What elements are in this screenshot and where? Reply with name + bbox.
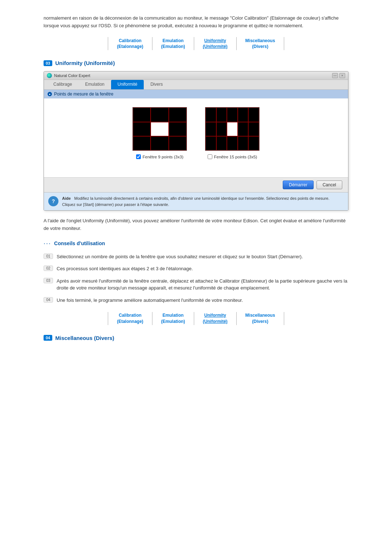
uniformity-panels: Fenêtre 9 points (3x3)	[44, 98, 348, 163]
app-window: Natural Color Expert — × Calibrage Emula…	[44, 71, 348, 211]
description-text: A l'aide de l'onglet Uniformity (Uniform…	[44, 217, 348, 232]
grid-cell	[133, 136, 151, 150]
tip-text-3: Après avoir mesuré l'uniformité de la fe…	[57, 278, 348, 292]
grid-cell	[238, 136, 249, 150]
tab-calibrage[interactable]: Calibrage	[47, 80, 78, 89]
checkbox-3x5[interactable]	[208, 154, 212, 159]
nav-item-uniformity-2[interactable]: Uniformity (Uniformité)	[195, 311, 236, 326]
grid-cell	[133, 122, 151, 136]
panel-3x5: Fenêtre 15 points (3x5)	[205, 107, 260, 159]
nav-sep	[194, 37, 194, 50]
grid-cell	[238, 122, 249, 136]
tip-number-3: 03	[44, 278, 53, 283]
grid-cell	[169, 122, 187, 136]
section-04-heading: 04 Miscellaneous (Divers)	[44, 335, 348, 341]
nav-sep	[152, 37, 152, 50]
tip-text-2: Ces processus sont identiques aux étapes…	[57, 265, 193, 272]
grid-cell	[205, 108, 216, 122]
nav-bar-2: Calibration (Etalonnage) Emulation (Emul…	[44, 311, 348, 326]
tips-dots-icon: ···	[44, 240, 51, 247]
section-bar-icon: ●	[48, 92, 52, 96]
nav-item-uniformity-1[interactable]: Uniformity (Uniformité)	[195, 36, 236, 52]
grid-cell	[151, 136, 168, 150]
grid-preview-3x3	[132, 107, 187, 151]
app-title-bar: Natural Color Expert — ×	[44, 72, 348, 80]
grid-cell	[227, 108, 238, 122]
section-03-heading: 03 Uniformity (Uniformité)	[44, 60, 348, 66]
nav-sep	[236, 312, 237, 325]
grid-cell	[248, 108, 259, 122]
grid-preview-3x5	[205, 107, 260, 151]
tab-emulation[interactable]: Emulation	[78, 80, 111, 89]
nav-sep	[108, 312, 108, 325]
panel-3x3-text: Fenêtre 9 points (3x3)	[143, 155, 184, 159]
app-tabs: Calibrage Emulation Uniformité Divers	[44, 80, 348, 90]
section-04-title: Miscellaneous (Divers)	[55, 335, 114, 341]
help-icon: ?	[48, 196, 58, 206]
grid-cell	[216, 136, 227, 150]
tips-heading: ··· Conseils d'utilisation	[44, 240, 348, 247]
grid-cell-center	[227, 122, 238, 136]
nav-sep	[236, 37, 237, 50]
nav-item-emulation-2[interactable]: Emulation (Emulation)	[153, 311, 193, 326]
nav-sep	[284, 37, 284, 50]
tab-divers[interactable]: Divers	[144, 80, 169, 89]
tip-text-4: Une fois terminé, le programme améliore …	[57, 297, 243, 304]
grid-cell	[151, 108, 168, 122]
tip-number-1: 01	[44, 254, 53, 259]
minimize-button[interactable]: —	[332, 73, 338, 78]
nav-item-calibration-2[interactable]: Calibration (Etalonnage)	[109, 311, 151, 326]
grid-cell	[205, 136, 216, 150]
app-content: ● Points de mesure de la fenêtre	[44, 90, 348, 210]
nav-item-calibration-1[interactable]: Calibration (Etalonnage)	[109, 36, 151, 52]
nav-item-misc-1[interactable]: Miscellaneous (Divers)	[237, 36, 283, 52]
nav-sep	[284, 312, 284, 325]
tip-text-1: Sélectionnez un nombre de points de la f…	[57, 253, 303, 260]
grid-cell	[216, 108, 227, 122]
tip-item-2: 02 Ces processus sont identiques aux éta…	[44, 265, 348, 272]
nav-sep	[194, 312, 194, 325]
tip-item-3: 03 Après avoir mesuré l'uniformité de la…	[44, 278, 348, 292]
app-help-bar: ? Aide Modifiez la luminosité directemen…	[44, 192, 348, 210]
grid-cell	[169, 136, 187, 150]
grid-cell	[205, 122, 216, 136]
nav-bar-1: Calibration (Etalonnage) Emulation (Emul…	[44, 36, 348, 52]
panel-3x5-label: Fenêtre 15 points (3x5)	[208, 154, 257, 159]
nav-sep	[108, 37, 108, 50]
panel-3x3-label: Fenêtre 9 points (3x3)	[136, 154, 184, 159]
grid-cell	[227, 136, 238, 150]
tab-uniformite[interactable]: Uniformité	[111, 80, 144, 89]
content-spacer	[44, 163, 348, 177]
app-title-text: Natural Color Expert	[47, 73, 90, 78]
start-button[interactable]: Démarrer	[283, 181, 314, 189]
nav-item-emulation-1[interactable]: Emulation (Emulation)	[153, 36, 193, 52]
section-bar-label: Points de mesure de la fenêtre	[54, 92, 113, 97]
cancel-button[interactable]: Cancel	[317, 181, 342, 189]
section-03-number: 03	[44, 60, 52, 66]
grid-cell	[248, 136, 259, 150]
help-content: Aide Modifiez la luminosité directement …	[62, 195, 344, 207]
tip-item-4: 04 Une fois terminé, le programme amélio…	[44, 297, 348, 304]
section-03-title: Uniformity (Uniformité)	[55, 60, 115, 66]
panel-3x3: Fenêtre 9 points (3x3)	[132, 107, 187, 159]
tip-item-1: 01 Sélectionnez un nombre de points de l…	[44, 253, 348, 260]
section-04-number: 04	[44, 335, 52, 341]
grid-cell-center	[151, 122, 168, 136]
panel-3x5-text: Fenêtre 15 points (3x5)	[214, 155, 257, 159]
tip-number-2: 02	[44, 266, 53, 271]
app-section-bar: ● Points de mesure de la fenêtre	[44, 90, 348, 98]
grid-cell	[216, 122, 227, 136]
nav-sep	[152, 312, 152, 325]
nav-item-misc-2[interactable]: Miscellaneous (Divers)	[237, 311, 283, 326]
grid-cell	[169, 108, 187, 122]
checkbox-3x3[interactable]	[136, 154, 141, 159]
grid-cell	[248, 122, 259, 136]
close-button[interactable]: ×	[339, 73, 345, 78]
app-icon	[47, 73, 52, 78]
help-label: Aide	[62, 196, 71, 200]
app-title-label: Natural Color Expert	[54, 73, 90, 78]
help-text: Modifiez la luminosité directement à cer…	[62, 196, 330, 207]
intro-text: normalement en raison de la déconnexion …	[44, 15, 348, 30]
tip-number-4: 04	[44, 297, 53, 303]
tips-title: Conseils d'utilisation	[54, 240, 105, 246]
